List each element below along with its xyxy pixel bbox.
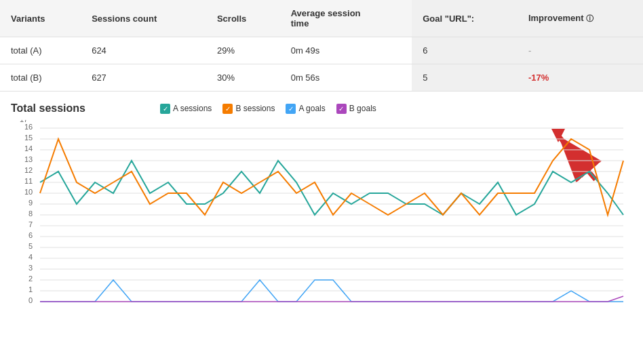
a-goals-checkbox-icon[interactable]: ✓ — [286, 104, 296, 114]
col-header-improvement: Improvement ⓘ — [518, 0, 643, 37]
a-goals-label: A goals — [298, 104, 325, 113]
cell-variant-b: total (B) — [0, 64, 81, 92]
chart-legend: ✓ A sessions ✓ B sessions ✓ A goals ✓ B … — [147, 104, 376, 114]
svg-text:7: 7 — [28, 220, 33, 228]
cell-avg-session-b: 0m 56s — [280, 64, 412, 92]
table-row: total (B) 627 30% 0m 56s 5 -17% — [0, 64, 643, 92]
b-sessions-line — [40, 139, 623, 215]
legend-a-sessions: ✓ A sessions — [160, 104, 212, 114]
svg-text:11: 11 — [24, 177, 33, 185]
cell-scrolls-b: 30% — [206, 64, 280, 92]
b-sessions-checkbox-icon[interactable]: ✓ — [222, 104, 233, 114]
info-icon: ⓘ — [586, 14, 593, 22]
a-sessions-checkbox-icon[interactable]: ✓ — [160, 104, 170, 114]
col-header-sessions: Sessions count — [81, 0, 206, 37]
cell-sessions-b: 627 — [81, 64, 206, 92]
cell-goal-a: 6 — [412, 37, 518, 64]
legend-b-sessions: ✓ B sessions — [222, 104, 275, 114]
legend-b-goals: ✓ B goals — [336, 104, 376, 114]
cell-sessions-a: 624 — [81, 37, 206, 64]
cell-avg-session-a: 0m 49s — [280, 37, 412, 64]
main-container: Variants Sessions count Scrolls Average … — [0, 0, 643, 310]
b-goals-checkbox-icon[interactable]: ✓ — [336, 104, 347, 114]
svg-text:8: 8 — [28, 209, 33, 218]
a-sessions-label: A sessions — [173, 104, 212, 113]
svg-text:0: 0 — [28, 296, 33, 304]
cell-variant-a: total (A) — [0, 37, 81, 64]
svg-text:16: 16 — [24, 123, 33, 131]
svg-text:3: 3 — [28, 264, 33, 272]
results-table: Variants Sessions count Scrolls Average … — [0, 0, 643, 92]
cell-goal-b: 5 — [412, 64, 518, 92]
chart-section: Total sessions ✓ A sessions ✓ B sessions… — [0, 92, 643, 310]
svg-text:9: 9 — [28, 199, 33, 207]
col-header-scrolls: Scrolls — [206, 0, 280, 37]
svg-text:15: 15 — [24, 134, 33, 142]
cell-improvement-b: -17% — [518, 64, 643, 92]
chart-title: Total sessions — [11, 102, 147, 115]
svg-text:2: 2 — [28, 275, 33, 283]
table-row: total (A) 624 29% 0m 49s 6 - — [0, 37, 643, 64]
svg-text:6: 6 — [28, 231, 33, 239]
cell-improvement-a: - — [518, 37, 643, 64]
svg-text:17: 17 — [20, 120, 28, 123]
svg-text:13: 13 — [24, 155, 33, 163]
cell-scrolls-a: 29% — [206, 37, 280, 64]
svg-text:10: 10 — [24, 188, 33, 196]
svg-text:4: 4 — [28, 253, 33, 261]
svg-text:14: 14 — [24, 144, 33, 153]
legend-a-goals: ✓ A goals — [286, 104, 325, 114]
table-container: Variants Sessions count Scrolls Average … — [0, 0, 643, 92]
svg-text:1: 1 — [28, 285, 33, 294]
col-header-goal: Goal "URL": — [412, 0, 518, 37]
svg-text:5: 5 — [28, 242, 33, 250]
col-header-variants: Variants — [0, 0, 81, 37]
b-sessions-label: B sessions — [235, 104, 275, 113]
a-sessions-line — [40, 161, 623, 215]
col-header-avg-session: Average sessiontime — [280, 0, 412, 37]
b-goals-label: B goals — [349, 104, 376, 113]
chart-area: 0 1 2 3 4 5 6 7 8 9 10 11 12 13 14 15 16… — [0, 120, 643, 310]
line-chart-svg: 0 1 2 3 4 5 6 7 8 9 10 11 12 13 14 15 16… — [11, 120, 632, 310]
svg-text:12: 12 — [24, 166, 33, 174]
